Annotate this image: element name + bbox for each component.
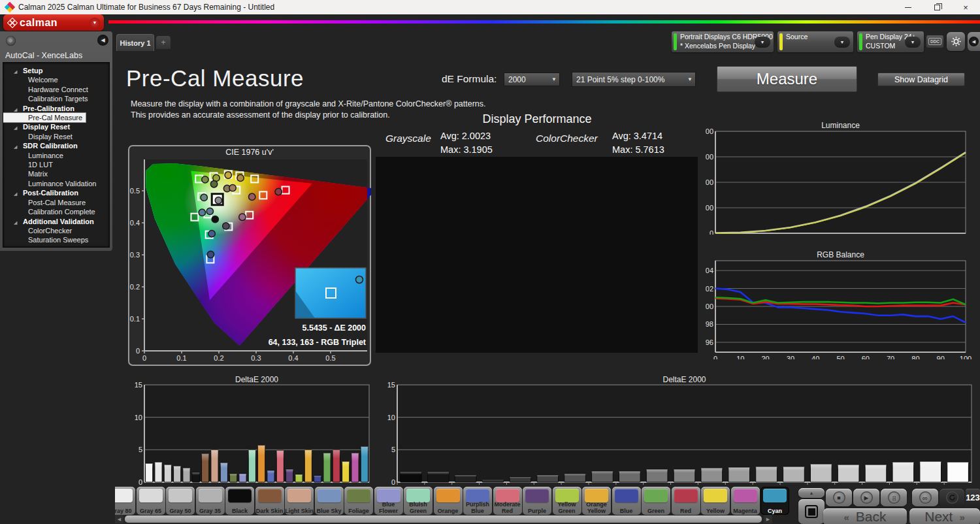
scrollbar-thumb[interactable]: [125, 516, 762, 523]
start-measure-button[interactable]: ▶: [853, 489, 879, 506]
patch-color-chip: [615, 489, 638, 502]
infinity-icon: ∞: [919, 491, 932, 504]
add-tab-button[interactable]: +: [156, 36, 171, 49]
tree-item-welcome[interactable]: Welcome: [3, 75, 109, 84]
numeric-entry-button[interactable]: 123: [966, 489, 980, 506]
tree-item-luminance-validation[interactable]: Luminance Validation: [3, 179, 109, 188]
patch-button-blue-flower[interactable]: Blue Flower: [374, 487, 403, 515]
continuous-measure-button[interactable]: ∞: [912, 489, 938, 506]
patch-button-foliage[interactable]: Foliage: [344, 487, 373, 515]
de-formula-select[interactable]: 2000 ▼: [504, 73, 560, 86]
patch-color-chip: [377, 489, 400, 502]
pattern-window-toggle-button[interactable]: [798, 499, 825, 524]
svg-text:10: 10: [736, 355, 744, 359]
tab-history-1[interactable]: History 1: [116, 34, 154, 51]
expander-icon: ◢: [14, 190, 17, 198]
tree-group-sdr-calibration[interactable]: ◢SDR Calibration: [3, 141, 109, 150]
top-panel-collapse-button[interactable]: ◀: [968, 32, 980, 51]
measure-button[interactable]: Measure: [717, 66, 857, 92]
patch-button-gray-80[interactable]: Gray 80: [115, 487, 135, 515]
tree-item-saturation-sweeps[interactable]: Saturation Sweeps: [3, 235, 109, 244]
patch-label: Magenta: [731, 508, 760, 515]
patch-scrollbar[interactable]: ◀ ▶: [115, 515, 772, 523]
patch-button-black[interactable]: Black: [225, 487, 254, 515]
patch-button-blue[interactable]: Blue: [612, 487, 641, 515]
sidebar-radio-icon[interactable]: [6, 36, 16, 46]
calman-logo-button[interactable]: calman ▼: [3, 14, 104, 31]
patch-button-yellow[interactable]: Yellow: [701, 487, 730, 515]
meter-selector[interactable]: Portrait Displays C6 HDR5000 * Xencelabs…: [672, 31, 774, 52]
minimize-icon[interactable]: [894, 0, 923, 14]
tree-group-setup[interactable]: ◢Setup: [3, 66, 109, 75]
measure-points-select[interactable]: 21 Point 5% step 0-100% ▼: [572, 72, 696, 87]
patch-button-red[interactable]: Red: [672, 487, 700, 515]
svg-text:20: 20: [761, 355, 769, 359]
patch-label: Gray 50: [166, 508, 195, 515]
tree-item-pre-cal-measure[interactable]: Pre-Cal Measure: [3, 113, 86, 122]
tree-group-pre-calibration[interactable]: ◢Pre-Calibration: [3, 104, 109, 113]
back-button[interactable]: « Back: [823, 508, 907, 524]
patch-button-gray-65[interactable]: Gray 65: [137, 487, 165, 515]
tree-item-display-reset[interactable]: Display Reset: [3, 132, 109, 141]
interval-measure-button[interactable]: [-]: [881, 489, 907, 506]
grayscale-max: Max: 3.1905: [440, 144, 493, 155]
svg-text:0.3: 0.3: [130, 251, 140, 259]
svg-text:50: 50: [680, 485, 688, 486]
tree-item-hardware-connect[interactable]: Hardware Connect: [3, 85, 109, 94]
display-selector[interactable]: Pen Display 24+ CUSTOM ▼: [857, 31, 924, 52]
refresh-measure-button[interactable]: [939, 489, 964, 506]
collapse-left-icon: ◀: [969, 37, 979, 46]
tree-group-display-reset[interactable]: ◢Display Reset: [3, 122, 109, 131]
patch-label: Moderate Red: [493, 502, 522, 514]
patch-button-blue-sky[interactable]: Blue Sky: [315, 487, 344, 515]
next-button[interactable]: Next »: [909, 508, 980, 524]
patch-button-moderate-red[interactable]: Moderate Red: [493, 487, 522, 515]
scroll-right-icon[interactable]: ▶: [764, 515, 772, 523]
tree-item-calibration-targets[interactable]: Calibration Targets: [3, 94, 109, 103]
tree-group-additional-validation[interactable]: ◢Additional Validation: [3, 217, 109, 226]
interval-icon: [-]: [888, 491, 900, 504]
patch-button-purplish-blue[interactable]: Purplish Blue: [463, 487, 492, 515]
scroll-left-icon[interactable]: ◀: [115, 515, 123, 523]
source-dropdown-icon[interactable]: ▼: [834, 37, 850, 48]
patch-button-green[interactable]: Green: [642, 487, 670, 515]
restore-icon[interactable]: [923, 0, 951, 14]
patch-button-gray-35[interactable]: Gray 35: [196, 487, 225, 515]
patch-button-gray-50[interactable]: Gray 50: [166, 487, 195, 515]
source-selector[interactable]: Source ▼: [777, 31, 853, 52]
patch-list-up-button[interactable]: ▲: [798, 488, 825, 498]
gear-icon: [951, 36, 962, 47]
tree-item-colorchecker[interactable]: ColorChecker: [3, 226, 109, 235]
display-line2: CUSTOM: [866, 42, 895, 50]
tree-item-matrix[interactable]: Matrix: [3, 169, 109, 178]
sidebar-collapse-icon[interactable]: ◀: [97, 35, 108, 46]
stop-measure-button[interactable]: ■: [826, 489, 852, 506]
patch-strip: Gray 80Gray 65Gray 50Gray 35BlackDark Sk…: [115, 487, 796, 515]
meter-dropdown-icon[interactable]: ▼: [755, 37, 770, 48]
patch-button-bluish-green[interactable]: Bluish Green: [404, 487, 433, 515]
patch-label: Blue: [612, 508, 641, 515]
patch-button-orange[interactable]: Orange: [434, 487, 463, 515]
patch-button-dark-skin[interactable]: Dark Skin: [255, 487, 284, 515]
patch-button-purple[interactable]: Purple: [523, 487, 551, 515]
close-icon[interactable]: ×: [951, 0, 980, 14]
svg-text:20: 20: [516, 485, 524, 486]
next-label: Next: [924, 509, 953, 524]
display-dropdown-icon[interactable]: ▼: [905, 37, 921, 48]
patch-button-yellow-green[interactable]: Yellow Green: [553, 487, 581, 515]
svg-text:100: 100: [952, 485, 964, 486]
patch-button-cyan[interactable]: Cyan: [760, 487, 789, 515]
tree-item-post-cal-measure[interactable]: Post-Cal Measure: [3, 198, 109, 207]
patch-button-light-skin[interactable]: Light Skin: [285, 487, 314, 515]
ddc-button[interactable]: DDC: [926, 35, 943, 48]
display-performance-title: Display Performance: [376, 112, 698, 126]
settings-button[interactable]: [947, 32, 965, 51]
patch-button-magenta[interactable]: Magenta: [731, 487, 760, 515]
tree-item-luminance[interactable]: Luminance: [3, 151, 109, 160]
tree-item-1d-lut[interactable]: 1D LUT: [3, 160, 109, 169]
tree-item-calibration-complete[interactable]: Calibration Complete: [3, 207, 109, 216]
logo-menu-chevron-icon[interactable]: ▼: [90, 18, 100, 28]
show-datagrid-button[interactable]: Show Datagrid: [877, 73, 965, 86]
patch-button-orange-yellow[interactable]: Orange Yellow: [582, 487, 611, 515]
tree-group-post-calibration[interactable]: ◢Post-Calibration: [3, 188, 109, 197]
